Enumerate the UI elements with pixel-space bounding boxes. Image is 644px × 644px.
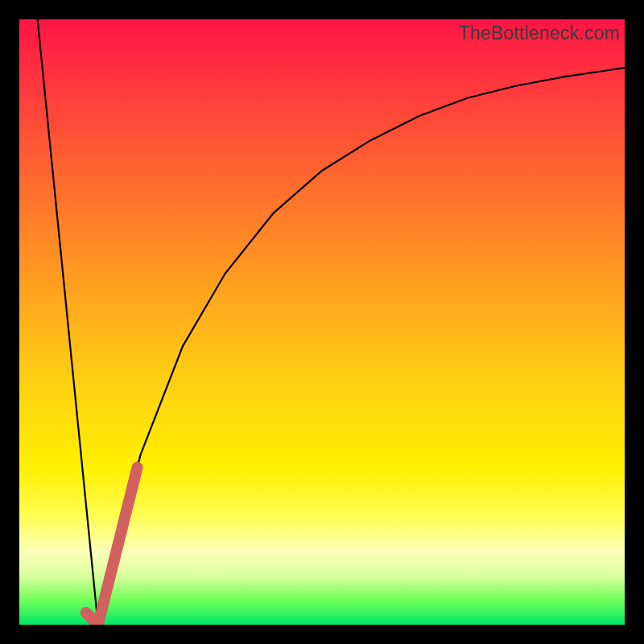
right-branch-line [98, 68, 625, 625]
highlight-line [86, 468, 138, 625]
chart-plot-area: TheBottleneck.com [19, 19, 625, 625]
left-branch-line [38, 19, 98, 625]
chart-lines [19, 19, 625, 625]
chart-frame: TheBottleneck.com [0, 0, 644, 644]
